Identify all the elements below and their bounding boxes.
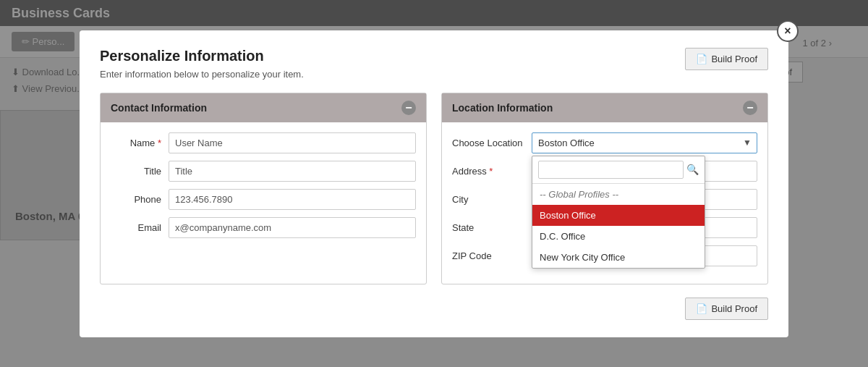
build-proof-label-top: Build Proof [711,54,757,64]
modal-subtitle: Enter information below to personalize y… [100,69,768,80]
name-row: Name * [111,132,416,153]
phone-input[interactable] [169,189,416,210]
city-label: City [452,194,524,205]
location-select[interactable]: Boston Office D.C. Office New York City … [532,132,757,153]
choose-location-row: Choose Location Boston Office D.C. Offic… [452,132,757,153]
contact-collapse-button[interactable]: − [401,101,416,115]
contact-panel-body: Name * Title Phone Email [101,122,426,256]
build-proof-button-top[interactable]: 📄 Build Proof [685,48,768,70]
file-icon-bottom: 📄 [696,303,707,314]
name-required: * [158,138,161,148]
dropdown-item-separator: -- Global Profiles -- [532,184,705,205]
choose-location-label: Choose Location [452,138,524,148]
contact-panel-title: Contact Information [111,102,207,114]
contact-panel-header: Contact Information − [101,93,426,122]
address-label: Address * [452,166,524,177]
modal-close-button[interactable]: × [777,20,799,42]
build-proof-button-bottom[interactable]: 📄 Build Proof [685,298,768,320]
dropdown-search-input[interactable] [538,161,684,179]
modal-top-actions: 📄 Build Proof [685,48,768,70]
dropdown-item-nyc[interactable]: New York City Office [532,247,705,268]
contact-panel: Contact Information − Name * Title Phone [100,93,427,284]
file-icon-top: 📄 [696,54,707,64]
dropdown-item-boston[interactable]: Boston Office [532,205,705,226]
location-collapse-button[interactable]: − [743,101,757,115]
phone-row: Phone [111,189,416,210]
name-input[interactable] [169,132,416,153]
dropdown-item-dc[interactable]: D.C. Office [532,226,705,247]
address-required: * [489,166,493,177]
location-panel-body: Choose Location Boston Office D.C. Offic… [442,122,767,284]
email-row: Email [111,217,416,238]
modal-footer: 📄 Build Proof [100,298,768,320]
location-dropdown-popup: 🔍 -- Global Profiles -- Boston Office D.… [532,156,705,269]
location-select-wrapper: Boston Office D.C. Office New York City … [532,132,757,153]
dropdown-search-area: 🔍 [532,156,705,184]
personalize-modal: × Personalize Information Enter informat… [80,30,788,337]
location-panel-title: Location Information [452,102,553,114]
build-proof-label-bottom: Build Proof [711,303,757,314]
modal-body: Contact Information − Name * Title Phone [100,93,768,284]
phone-label: Phone [111,194,161,205]
title-row: Title [111,161,416,182]
email-input[interactable] [169,217,416,238]
title-label: Title [111,166,161,177]
modal-overlay: × Personalize Information Enter informat… [0,0,868,367]
title-input[interactable] [169,161,416,182]
email-label: Email [111,222,161,233]
name-label: Name * [111,138,161,148]
modal-title: Personalize Information [100,48,768,64]
zip-label: ZIP Code [452,250,524,261]
location-panel-header: Location Information − [442,93,767,122]
location-panel: Location Information − Choose Location B… [441,93,768,284]
state-label: State [452,222,524,233]
search-icon: 🔍 [686,164,699,175]
